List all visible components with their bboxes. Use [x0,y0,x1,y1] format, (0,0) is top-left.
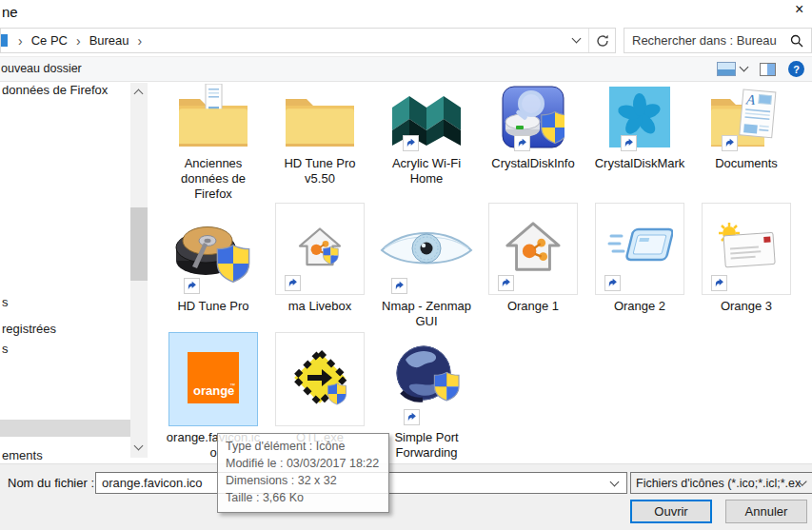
file-item[interactable]: HD Tune Pro [160,203,267,329]
breadcrumb-separator: › [11,33,30,49]
tooltip-line: Dimensions : 32 x 32 [226,472,379,489]
shortcut-arrow-glyph [516,137,528,149]
file-frame [275,203,365,295]
file-label: Orange 1 [507,299,559,314]
chevron-down-icon [740,63,749,72]
shortcut-arrow-glyph [723,137,736,149]
shortcut-arrow-glyph [393,280,406,292]
chevron-down-icon [571,34,581,44]
tooltip-line: Type d'élément : Icône [226,438,379,455]
window-speed-icon [606,224,673,275]
address-bar[interactable]: › Ce PC › Bureau › [0,28,616,53]
file-item[interactable]: A Documents [693,84,800,202]
file-label: Orange 2 [614,299,665,314]
acrylic-icon [390,93,463,152]
file-item[interactable]: Nmap - Zenmap GUI [373,203,480,329]
shortcut-arrow-glyph [287,277,299,289]
file-item[interactable]: CrystalDiskInfo [480,84,586,202]
tooltip-line: Modifié le : 03/03/2017 18:22 [226,455,379,472]
file-grid: Anciennes données de Firefox HD Tune Pro… [152,83,812,463]
shortcut-arrow-glyph [186,280,198,292]
address-dropdown-button[interactable] [564,29,588,52]
navigation-sidebar: sregistréessementsdonnées de Firefox [0,83,130,463]
tooltip-line: Taille : 3,66 Ko [226,489,379,506]
dialog-footer: Nom du fichier : orange.favicon.ico Fich… [0,463,812,530]
this-pc-icon [1,34,8,47]
sidebar-item[interactable]: s [2,295,9,309]
file-frame [595,203,684,295]
filename-label: Nom du fichier : [8,476,94,490]
refresh-button[interactable] [588,29,615,52]
folder-docs-icon: A [709,88,783,152]
file-item[interactable]: Orange 1 [480,203,586,329]
preview-pane-icon[interactable] [760,63,776,76]
new-folder-button[interactable]: ouveau dossier [1,62,82,75]
globe-shield-icon [391,343,462,417]
file-item[interactable]: ma Livebox [267,203,373,329]
file-item[interactable]: Orange 3 [693,203,800,329]
open-button[interactable]: Ouvrir [630,500,712,523]
file-item[interactable]: Acrylic Wi-Fi Home [373,84,480,202]
view-thumbnails-button[interactable] [717,62,747,76]
file-item[interactable]: Anciennes données de Firefox [160,84,267,202]
search-icon[interactable] [790,34,803,48]
sidebar-scrollbar[interactable] [130,83,148,458]
scroll-up-icon[interactable] [134,89,144,99]
shortcut-arrow-icon [604,275,621,291]
toolbar-right-icons: ? [717,61,804,77]
file-label: HD Tune Pro [177,299,248,314]
file-label: Orange 3 [721,299,772,314]
shortcut-arrow-icon [184,278,200,294]
cancel-button[interactable]: Annuler [725,500,807,523]
toolbar: ouveau dossier ? [0,56,812,82]
sidebar-item[interactable]: registrées [2,322,56,336]
filetype-select[interactable]: Fichiers d'icônes (*.ico;*.icl;*.ex [630,472,812,494]
file-grid-row: Anciennes données de Firefox HD Tune Pro… [160,84,800,202]
sidebar-hover-highlight[interactable] [0,420,130,437]
shortcut-arrow-icon [285,275,301,291]
sidebar-item[interactable]: s [2,342,9,356]
breadcrumb-ce-pc[interactable]: Ce PC [30,32,69,49]
shortcut-arrow-icon [498,275,514,291]
file-label: Acrylic Wi-Fi Home [378,156,475,186]
file-label: CrystalDiskMark [595,156,685,171]
svg-text:orange: orange [193,383,234,398]
refresh-icon [596,34,609,48]
shortcut-arrow-icon [514,135,530,151]
search-placeholder: Rechercher dans : Bureau [632,33,790,48]
help-icon[interactable]: ? [788,61,804,77]
search-input[interactable]: Rechercher dans : Bureau [624,28,812,53]
file-item[interactable]: HD Tune Pro v5.50 [267,84,373,202]
shortcut-arrow-icon [391,278,407,294]
diskinfo-icon [502,86,564,152]
scroll-down-icon[interactable] [134,442,144,451]
file-item[interactable]: CrystalDiskMark [586,84,693,202]
file-label: ma Livebox [288,299,351,314]
scrollbar-thumb[interactable] [130,207,148,281]
file-grid-row: HD Tune Pro ma Livebox Nmap - Zenmap GUI… [160,203,800,329]
shortcut-arrow-glyph [406,411,418,423]
file-label: Simple Port Forwarding [378,430,475,461]
folder-data-icon [175,84,251,152]
breadcrumb-separator: › [69,33,88,49]
close-icon[interactable]: × [795,1,812,18]
shortcut-arrow-glyph [606,277,619,289]
file-frame [702,203,791,295]
breadcrumb-bureau[interactable]: Bureau [88,32,131,49]
shortcut-arrow-icon [403,135,419,151]
otl-icon [290,348,349,411]
shortcut-arrow-glyph [623,137,635,149]
window-title: ne [2,4,18,20]
envelope-sun-icon [715,223,778,276]
chevron-down-icon[interactable] [610,477,620,486]
breadcrumb-separator: › [131,33,149,49]
title-bar: ne × [0,0,812,27]
orange-logo-icon: orange ™ [188,352,239,407]
sidebar-item[interactable]: données de Firefox [2,83,108,97]
file-item[interactable]: Orange 2 [586,203,693,329]
thumbnail-view-icon [717,62,736,76]
file-info-tooltip: Type d'élément : IcôneModifié le : 03/03… [217,433,389,513]
shortcut-arrow-icon [722,135,738,151]
sidebar-item[interactable]: ements [2,448,43,462]
file-frame [488,203,578,295]
